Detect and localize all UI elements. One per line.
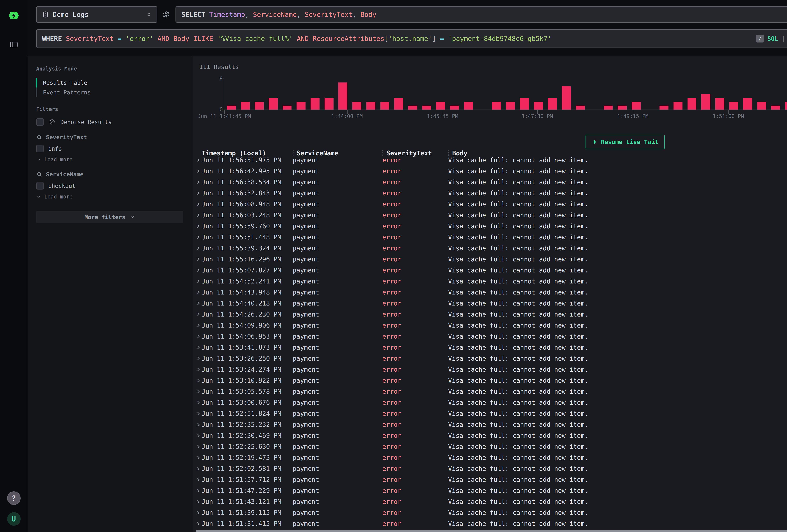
expand-row-chevron-icon[interactable] — [196, 456, 199, 459]
table-row[interactable]: Jun 11 1:52:02.581 PMpaymenterrorVisa ca… — [192, 463, 787, 474]
table-row[interactable]: Jun 11 1:55:59.760 PMpaymenterrorVisa ca… — [192, 221, 787, 232]
search-icon — [36, 134, 42, 141]
table-row[interactable]: Jun 11 1:56:42.995 PMpaymenterrorVisa ca… — [192, 166, 787, 176]
expand-row-chevron-icon[interactable] — [196, 225, 199, 228]
filter-checkbox[interactable] — [36, 182, 44, 190]
expand-row-chevron-icon[interactable] — [196, 159, 199, 162]
expand-row-chevron-icon[interactable] — [196, 412, 199, 415]
expand-row-chevron-icon[interactable] — [196, 236, 199, 239]
expand-row-chevron-icon[interactable] — [196, 203, 199, 206]
expand-row-chevron-icon[interactable] — [196, 335, 199, 338]
table-row[interactable]: Jun 11 1:53:05.578 PMpaymenterrorVisa ca… — [192, 386, 787, 397]
more-filters-button[interactable]: More filters — [36, 211, 183, 224]
column-resize-handle[interactable] — [448, 150, 449, 156]
table-row[interactable]: Jun 11 1:56:08.948 PMpaymenterrorVisa ca… — [192, 199, 787, 210]
table-row[interactable]: Jun 11 1:52:19.473 PMpaymenterrorVisa ca… — [192, 452, 787, 463]
table-row[interactable]: Jun 11 1:54:06.953 PMpaymenterrorVisa ca… — [192, 331, 787, 342]
table-row[interactable]: Jun 11 1:52:35.232 PMpaymenterrorVisa ca… — [192, 419, 787, 430]
expand-row-chevron-icon[interactable] — [196, 357, 199, 360]
resume-live-tail-button[interactable]: Resume Live Tail — [586, 135, 664, 149]
table-row[interactable]: Jun 11 1:56:03.248 PMpaymenterrorVisa ca… — [192, 210, 787, 221]
table-row[interactable]: Jun 11 1:54:52.241 PMpaymenterrorVisa ca… — [192, 276, 787, 287]
table-row[interactable]: Jun 11 1:56:32.843 PMpaymenterrorVisa ca… — [192, 188, 787, 199]
expand-row-chevron-icon[interactable] — [196, 434, 199, 437]
load-more-button[interactable]: Load more — [36, 194, 183, 200]
mode-results-table[interactable]: Results Table — [36, 78, 183, 87]
expand-row-chevron-icon[interactable] — [196, 489, 199, 492]
expand-row-chevron-icon[interactable] — [196, 511, 199, 514]
expand-row-chevron-icon[interactable] — [196, 280, 199, 283]
table-row[interactable]: Jun 11 1:51:57.712 PMpaymenterrorVisa ca… — [192, 474, 787, 485]
expand-row-chevron-icon[interactable] — [196, 258, 199, 261]
column-header-servicename[interactable]: ServiceName — [293, 150, 382, 157]
expand-row-chevron-icon[interactable] — [196, 478, 199, 481]
table-row[interactable]: Jun 11 1:53:41.873 PMpaymenterrorVisa ca… — [192, 342, 787, 353]
where-query-input[interactable]: WHERE SeverityText = 'error' AND Body IL… — [36, 29, 787, 48]
table-row[interactable]: Jun 11 1:54:09.906 PMpaymenterrorVisa ca… — [192, 320, 787, 331]
table-row[interactable]: Jun 11 1:55:16.296 PMpaymenterrorVisa ca… — [192, 254, 787, 265]
column-resize-handle[interactable] — [382, 150, 383, 156]
column-resize-handle[interactable] — [293, 150, 294, 156]
expand-row-chevron-icon[interactable] — [196, 313, 199, 316]
expand-row-chevron-icon[interactable] — [196, 291, 199, 294]
expand-row-chevron-icon[interactable] — [196, 170, 199, 172]
table-row[interactable]: Jun 11 1:56:38.534 PMpaymenterrorVisa ca… — [192, 176, 787, 188]
lang-sql-option[interactable]: SQL — [767, 35, 778, 42]
table-row[interactable]: Jun 11 1:53:10.922 PMpaymenterrorVisa ca… — [192, 375, 787, 386]
table-row[interactable]: Jun 11 1:51:39.115 PMpaymenterrorVisa ca… — [192, 507, 787, 518]
column-header-severitytext[interactable]: SeverityText — [382, 150, 448, 157]
expand-row-chevron-icon[interactable] — [196, 324, 199, 327]
expand-row-chevron-icon[interactable] — [196, 302, 199, 305]
table-row[interactable]: Jun 11 1:55:51.448 PMpaymenterrorVisa ca… — [192, 232, 787, 243]
results-histogram[interactable]: 8 0 Jun 11 1:41:45 PM1:44:00 PM1:45:45 P… — [192, 71, 787, 121]
expand-row-chevron-icon[interactable] — [196, 501, 199, 503]
table-row[interactable]: Jun 11 1:54:26.230 PMpaymenterrorVisa ca… — [192, 309, 787, 320]
user-avatar[interactable]: U — [7, 512, 21, 526]
table-row[interactable]: Jun 11 1:55:07.827 PMpaymenterrorVisa ca… — [192, 265, 787, 276]
expand-row-chevron-icon[interactable] — [196, 181, 199, 184]
expand-row-chevron-icon[interactable] — [196, 423, 199, 426]
expand-row-chevron-icon[interactable] — [196, 269, 199, 272]
filter-option-checkout[interactable]: checkout — [36, 182, 183, 190]
expand-row-chevron-icon[interactable] — [196, 368, 199, 371]
app-logo-icon[interactable] — [8, 10, 19, 21]
source-select[interactable]: Demo Logs — [36, 6, 157, 23]
table-row[interactable]: Jun 11 1:52:51.824 PMpaymenterrorVisa ca… — [192, 408, 787, 419]
table-row[interactable]: Jun 11 1:53:00.676 PMpaymenterrorVisa ca… — [192, 397, 787, 408]
filter-option-info[interactable]: info — [36, 145, 183, 152]
filter-group-header[interactable]: SeverityText — [36, 134, 183, 141]
expand-row-chevron-icon[interactable] — [196, 390, 199, 393]
table-row[interactable]: Jun 11 1:53:24.274 PMpaymenterrorVisa ca… — [192, 364, 787, 375]
table-row[interactable]: Jun 11 1:52:25.630 PMpaymenterrorVisa ca… — [192, 441, 787, 452]
table-row[interactable]: Jun 11 1:51:43.121 PMpaymenterrorVisa ca… — [192, 496, 787, 507]
column-header-timestamp[interactable]: Timestamp (Local) — [201, 150, 293, 157]
expand-row-chevron-icon[interactable] — [196, 379, 199, 382]
expand-row-chevron-icon[interactable] — [196, 247, 199, 250]
select-query-input[interactable]: SELECT Timestamp, ServiceName, SeverityT… — [175, 6, 787, 23]
expand-row-chevron-icon[interactable] — [196, 445, 199, 448]
expand-row-chevron-icon[interactable] — [196, 192, 199, 194]
table-row[interactable]: Jun 11 1:55:39.324 PMpaymenterrorVisa ca… — [192, 243, 787, 254]
horizontal-scrollbar[interactable] — [196, 530, 787, 532]
column-header-body[interactable]: Body — [448, 150, 787, 157]
table-row[interactable]: Jun 11 1:52:30.469 PMpaymenterrorVisa ca… — [192, 430, 787, 441]
filter-checkbox[interactable] — [36, 145, 44, 152]
table-row[interactable]: Jun 11 1:51:47.229 PMpaymenterrorVisa ca… — [192, 485, 787, 496]
expand-row-chevron-icon[interactable] — [196, 401, 199, 404]
table-row[interactable]: Jun 11 1:53:26.250 PMpaymenterrorVisa ca… — [192, 353, 787, 364]
expand-row-chevron-icon[interactable] — [196, 523, 199, 525]
filter-group-header[interactable]: ServiceName — [36, 171, 183, 177]
table-row[interactable]: Jun 11 1:54:43.948 PMpaymenterrorVisa ca… — [192, 287, 787, 298]
expand-row-chevron-icon[interactable] — [196, 467, 199, 470]
denoise-checkbox[interactable] — [36, 118, 44, 126]
table-row[interactable]: Jun 11 1:51:31.415 PMpaymenterrorVisa ca… — [192, 518, 787, 529]
expand-row-chevron-icon[interactable] — [196, 214, 199, 217]
table-row[interactable]: Jun 11 1:54:40.218 PMpaymenterrorVisa ca… — [192, 298, 787, 309]
expand-row-chevron-icon[interactable] — [196, 346, 199, 349]
source-settings-button[interactable] — [161, 6, 171, 23]
sidebar-toggle-icon[interactable] — [9, 40, 18, 49]
denoise-results-toggle[interactable]: Denoise Results — [36, 118, 183, 126]
load-more-button[interactable]: Load more — [36, 156, 183, 163]
mode-event-patterns[interactable]: Event Patterns — [36, 87, 183, 97]
help-button[interactable]: ? — [7, 491, 21, 505]
